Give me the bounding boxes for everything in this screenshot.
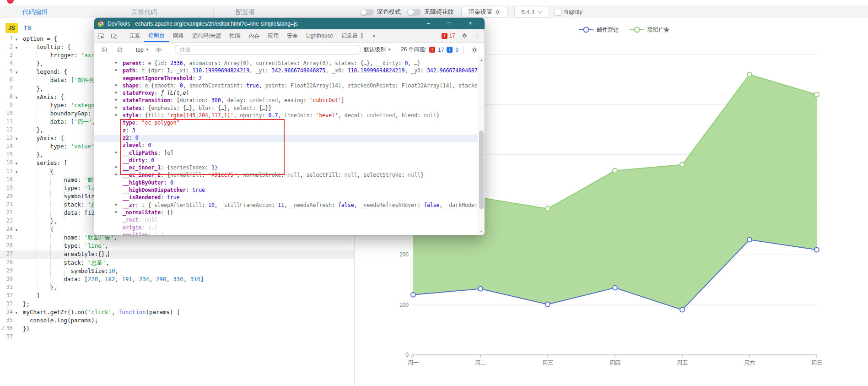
console-row[interactable]: segmentIgnoreThreshold: 2 (94, 75, 478, 82)
console-row[interactable]: ▶states: {emphasis: {…}, blur: {…}, sele… (94, 105, 478, 112)
console-row[interactable]: z: 3 (94, 127, 478, 135)
fold-arrow-icon[interactable]: ▾ (13, 159, 20, 168)
tab-code-edit[interactable]: 代码编辑 (0, 5, 109, 18)
code-line[interactable]: 31 }, (0, 284, 354, 292)
more-tabs-button[interactable]: » (368, 30, 380, 42)
console-row[interactable]: __isRendered: true (94, 194, 478, 201)
data-point[interactable] (747, 238, 752, 242)
window-close-button[interactable]: × (460, 18, 481, 29)
window-minimize-button[interactable]: – (418, 18, 439, 29)
render-settings-button[interactable]: 渲染设置 (461, 6, 508, 18)
console-settings-icon[interactable] (468, 47, 481, 53)
devtools-tab-7[interactable]: 安全 (283, 30, 302, 42)
code-line[interactable]: 28 stack: '总量', (0, 259, 354, 267)
devtools-tab-9[interactable]: 记录器 (337, 30, 368, 42)
data-point[interactable] (411, 293, 415, 297)
console-sidebar-icon[interactable] (98, 47, 111, 53)
fold-arrow-icon[interactable]: ▾ (13, 135, 20, 143)
console-row[interactable]: position: (…) (94, 232, 478, 235)
expand-arrow-icon[interactable]: ▶ (115, 165, 118, 169)
data-point[interactable] (814, 247, 819, 252)
log-level-selector[interactable]: 默认级别 ▼ (364, 46, 391, 54)
devtools-settings-icon[interactable] (458, 33, 471, 39)
devtools-tab-3[interactable]: 源代码/来源 (188, 30, 225, 42)
devtools-window[interactable]: DevTools - echarts.apache.org/examples/z… (94, 18, 485, 235)
console-row[interactable]: ▶__ec_inner_2: {normalFill: '#91cc75', n… (94, 172, 478, 179)
console-output[interactable]: ▶parent: e {id: 2336, animators: Array(0… (94, 57, 485, 235)
console-row[interactable]: __highByOuter: 0 (94, 179, 478, 187)
console-filter-input[interactable] (175, 45, 361, 54)
devtools-tab-5[interactable]: 内存 (244, 30, 264, 42)
data-point[interactable] (478, 287, 483, 291)
legend-item[interactable]: 邮件营销 (579, 27, 619, 33)
console-row[interactable]: z2: 0 (94, 135, 478, 142)
live-expression-eye-icon[interactable] (152, 46, 165, 53)
expand-arrow-icon[interactable]: ▶ (115, 83, 118, 87)
error-indicator[interactable]: ! 17 (439, 33, 458, 39)
expand-arrow-icon[interactable]: ▶ (115, 90, 118, 94)
console-row[interactable]: ▶stateTransition: {duration: 300, delay:… (94, 97, 478, 104)
expand-arrow-icon[interactable]: ▶ (115, 68, 118, 72)
fold-arrow-icon[interactable]: ▾ (13, 43, 20, 52)
data-point[interactable] (680, 163, 685, 167)
data-point[interactable] (545, 302, 550, 307)
console-row[interactable]: ▶__ec_inner_1: {seriesIndex: 1} (94, 164, 478, 172)
code-line[interactable]: 37 (0, 333, 354, 342)
fold-arrow-icon[interactable]: ▾ (13, 309, 20, 317)
code-line[interactable]: 33}; (0, 300, 354, 309)
console-row[interactable]: ▶style: {fill: 'rgba(145,204,117,1)', op… (94, 112, 478, 120)
lang-tab-js[interactable]: JS (5, 23, 18, 33)
console-row[interactable]: ▶path: t {dpr: 1, _xi: 110.1999969482421… (94, 67, 478, 75)
console-row[interactable]: ▶__zr: t {_sleepAfterStill: 10, _stillFr… (94, 202, 478, 209)
devtools-tab-console-active[interactable]: 控制台 (144, 30, 169, 42)
context-selector[interactable]: top ▼ (136, 47, 149, 53)
fold-arrow-icon[interactable]: ▾ (13, 35, 20, 43)
code-line[interactable]: i36}) (0, 325, 354, 333)
data-point[interactable] (613, 286, 617, 290)
decal-toggle[interactable] (407, 9, 421, 16)
fold-arrow-icon[interactable]: ▾ (13, 68, 20, 76)
data-point[interactable] (613, 169, 617, 173)
scroll-up-icon[interactable]: ▲ (478, 57, 485, 63)
devtools-tab-4[interactable]: 性能 (225, 30, 244, 42)
console-row[interactable]: ▶__clipPaths: [e] (94, 150, 478, 157)
devtools-tab-6[interactable]: 应用 (264, 30, 283, 42)
tab-full-code[interactable]: 完整代码 (109, 5, 214, 18)
console-row[interactable]: ▶_normalState: {} (94, 209, 478, 217)
data-point[interactable] (814, 92, 819, 97)
scrollbar-thumb[interactable] (479, 130, 484, 209)
devtools-tab-2[interactable]: 网络 (169, 30, 188, 42)
fold-arrow-icon[interactable]: ▾ (13, 226, 20, 234)
console-row[interactable]: __highDownDispatcher: true (94, 187, 478, 194)
expand-arrow-icon[interactable]: ▶ (115, 60, 118, 65)
inspect-element-icon[interactable] (94, 33, 108, 39)
code-line[interactable]: 27 areaStyle:{}, (0, 250, 354, 259)
expand-arrow-icon[interactable]: ▶ (115, 98, 118, 102)
data-point[interactable] (680, 308, 685, 312)
console-row[interactable]: ▶shape: e {smooth: 0, smoothConstraint: … (94, 82, 478, 90)
kebab-menu-icon[interactable]: ⋮ (471, 33, 485, 39)
console-row[interactable]: __dirty: 0 (94, 157, 478, 164)
fold-arrow-icon[interactable]: ▾ (13, 93, 20, 102)
devtools-titlebar[interactable]: DevTools - echarts.apache.org/examples/z… (94, 18, 485, 29)
window-maximize-button[interactable]: □ (439, 18, 460, 29)
code-line[interactable]: 32 ] (0, 292, 354, 300)
console-row[interactable]: zlevel: 0 (94, 142, 478, 149)
console-row[interactable]: ▶parent: e {id: 2336, animators: Array(0… (94, 60, 478, 67)
expand-arrow-icon[interactable]: ▶ (115, 113, 118, 117)
devtools-tab-0[interactable]: 元素 (125, 30, 144, 42)
console-row[interactable]: origin: (…) (94, 224, 478, 232)
fold-arrow-icon[interactable]: ▾ (13, 168, 20, 176)
expand-arrow-icon[interactable]: ▶ (115, 150, 118, 154)
devtools-tab-8[interactable]: Lighthouse (302, 30, 337, 42)
console-row[interactable]: ▶stateProxy: ƒ TL(t,e) (94, 90, 478, 97)
tab-config[interactable]: 配置项 (214, 5, 318, 18)
dark-mode-toggle[interactable] (360, 9, 374, 16)
expand-arrow-icon[interactable]: ▶ (115, 210, 118, 214)
code-line[interactable]: 34▾myChart.getZr().on('click', function(… (0, 309, 354, 317)
scroll-down-icon[interactable]: ▼ (478, 229, 485, 234)
issues-label[interactable]: 26 个问题: (401, 46, 426, 54)
legend-item[interactable]: 联盟广告 (630, 27, 669, 33)
code-line[interactable]: 29 symbolSize:10, (0, 267, 354, 276)
code-line[interactable]: 35 console.log(params); (0, 317, 354, 325)
